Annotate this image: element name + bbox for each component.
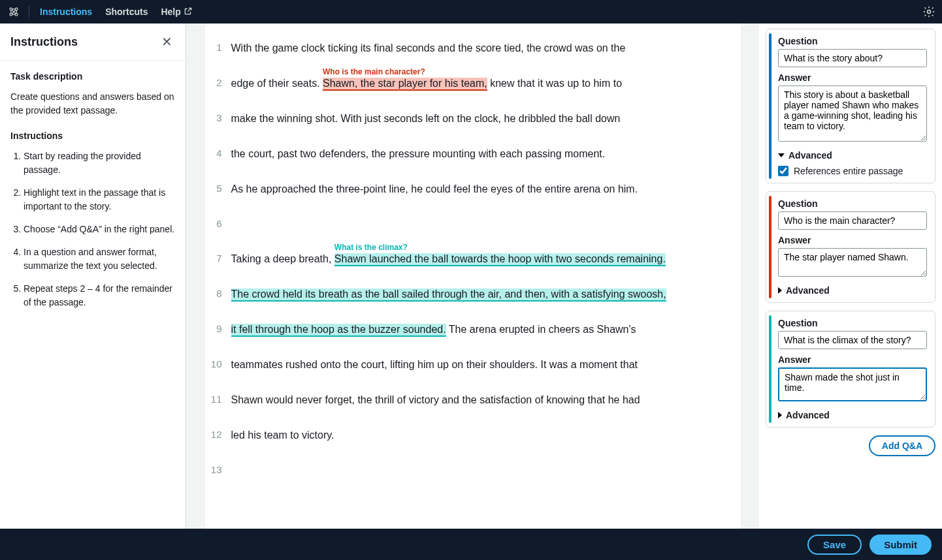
line-number: 8 <box>205 287 231 302</box>
highlight-annotation-teal: What is the climax? <box>334 241 408 253</box>
passage-line: it fell through the hoop as the buzzer s… <box>231 322 725 337</box>
instruction-steps: Start by reading the provided passage. H… <box>10 149 175 309</box>
advanced-toggle[interactable]: Advanced <box>778 410 927 420</box>
question-label: Question <box>778 198 927 209</box>
qa-card: Question Answer Advanced References enti… <box>766 29 935 183</box>
svg-point-4 <box>928 10 931 14</box>
app-logo-icon <box>7 5 21 19</box>
answer-label: Answer <box>778 72 927 83</box>
instructions-sidebar: Instructions ✕ Task description Create q… <box>0 23 186 529</box>
line-number: 4 <box>205 146 231 162</box>
line-number: 5 <box>205 181 231 197</box>
instruction-step: Highlight text in the passage that is im… <box>24 186 175 213</box>
line-number: 13 <box>205 463 231 478</box>
line-number: 6 <box>205 217 231 232</box>
line-number: 11 <box>205 392 231 408</box>
passage-line <box>231 217 725 232</box>
qa-panel: Question Answer Advanced References enti… <box>759 23 942 529</box>
passage-line: led his team to victory. <box>231 428 725 443</box>
nav-help[interactable]: Help <box>154 7 199 18</box>
passage-line: With the game clock ticking its final se… <box>231 40 725 56</box>
sidebar-title: Instructions <box>10 35 78 49</box>
line-number: 1 <box>205 40 231 56</box>
advanced-toggle[interactable]: Advanced <box>778 150 927 161</box>
sidebar-body: Task description Create questions and an… <box>0 61 186 328</box>
highlight-red[interactable]: Shawn, the star player for his team, <box>323 78 487 91</box>
question-input[interactable] <box>778 211 927 230</box>
question-label: Question <box>778 36 927 46</box>
advanced-body: References entire passage <box>778 166 927 176</box>
passage[interactable]: 1With the game clock ticking its final s… <box>205 23 741 529</box>
answer-textarea[interactable] <box>778 86 927 142</box>
passage-line: Shawn would never forget, the thrill of … <box>231 392 725 408</box>
sidebar-header: Instructions ✕ <box>0 23 186 61</box>
passage-line: teammates rushed onto the court, lifting… <box>231 357 725 373</box>
line-number: 2 <box>205 76 231 91</box>
instruction-step: Start by reading the provided passage. <box>24 149 175 177</box>
top-bar: Instructions Shortcuts Help <box>0 0 942 23</box>
highlight-teal[interactable]: it fell through the hoop as the buzzer s… <box>231 324 446 337</box>
question-input[interactable] <box>778 331 927 349</box>
nav-instructions[interactable]: Instructions <box>33 7 99 17</box>
main-area: Instructions ✕ Task description Create q… <box>0 23 942 529</box>
line-number: 10 <box>205 357 231 373</box>
qa-card: Question Answer Advanced <box>766 311 935 428</box>
task-description-text: Create questions and answers based on th… <box>10 90 175 117</box>
passage-line: The crowd held its breath as the ball sa… <box>231 287 725 302</box>
passage-line: edge of their seats. Who is the main cha… <box>231 76 725 91</box>
highlight-annotation-red: Who is the main character? <box>323 66 425 78</box>
save-button[interactable]: Save <box>807 535 862 555</box>
settings-gear-icon[interactable] <box>922 5 935 18</box>
passage-line: As he approached the three-point line, h… <box>231 181 725 197</box>
passage-line <box>231 463 725 478</box>
answer-textarea[interactable] <box>778 367 927 401</box>
add-qa-button[interactable]: Add Q&A <box>869 435 935 456</box>
answer-textarea[interactable] <box>778 248 927 277</box>
line-number: 9 <box>205 322 231 337</box>
caret-right-icon <box>778 412 782 418</box>
divider <box>29 6 29 18</box>
question-input[interactable] <box>778 49 927 67</box>
passage-line: make the winning shot. With just seconds… <box>231 111 725 127</box>
caret-right-icon <box>778 287 782 294</box>
instruction-step: Choose “Add Q&A” in the right panel. <box>24 223 175 236</box>
footer-bar: Save Submit <box>0 529 942 560</box>
line-number: 7 <box>205 251 231 267</box>
submit-button[interactable]: Submit <box>869 535 932 555</box>
instruction-step: Repeat steps 2 – 4 for the remainder of … <box>24 282 175 309</box>
answer-label: Answer <box>778 354 927 365</box>
add-qa-row: Add Q&A <box>766 435 935 456</box>
close-sidebar-icon[interactable]: ✕ <box>159 33 175 51</box>
instructions-heading: Instructions <box>10 129 175 143</box>
advanced-toggle[interactable]: Advanced <box>778 285 927 296</box>
external-link-icon <box>184 7 193 18</box>
references-entire-passage-checkbox[interactable] <box>778 166 788 176</box>
qa-card: Question Answer Advanced <box>766 191 935 303</box>
passage-line: Taking a deep breath, What is the climax… <box>231 251 725 267</box>
caret-down-icon <box>778 153 785 157</box>
passage-line: the court, past two defenders, the press… <box>231 146 725 162</box>
question-label: Question <box>778 318 927 328</box>
highlight-teal[interactable]: The crowd held its breath as the ball sa… <box>231 288 666 302</box>
nav-shortcuts[interactable]: Shortcuts <box>99 7 154 17</box>
highlight-teal[interactable]: Shawn launched the ball towards the hoop… <box>334 253 666 266</box>
line-number: 3 <box>205 111 231 127</box>
line-number: 12 <box>205 428 231 443</box>
instruction-step: In a question and answer format, summari… <box>24 245 175 273</box>
references-entire-passage-label: References entire passage <box>794 166 903 176</box>
task-description-heading: Task description <box>10 70 175 84</box>
answer-label: Answer <box>778 235 927 245</box>
passage-container: 1With the game clock ticking its final s… <box>186 23 759 529</box>
nav-help-label: Help <box>161 7 180 17</box>
